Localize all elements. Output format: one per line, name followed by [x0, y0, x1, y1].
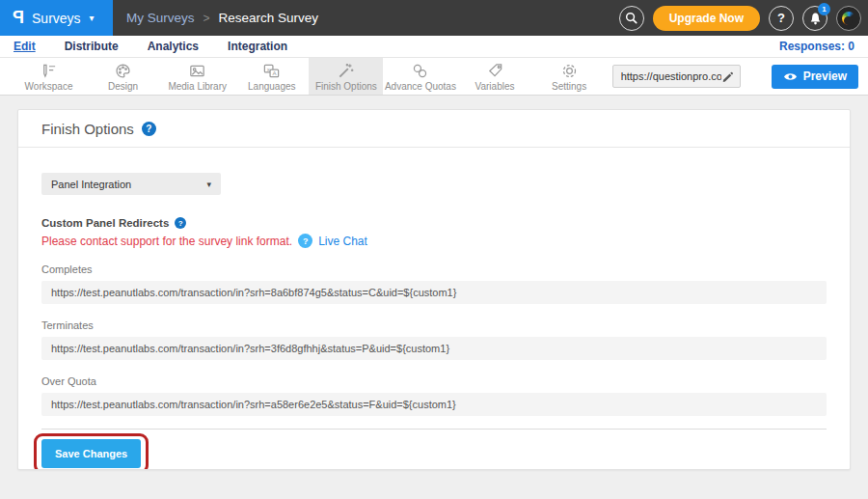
survey-url-area: https://questionpro.com/t/A [612, 58, 741, 95]
over-quota-url-field[interactable]: https://test.peanutlabs.com/transaction/… [41, 393, 827, 416]
upgrade-now-button[interactable]: Upgrade Now [653, 6, 760, 31]
over-quota-label: Over Quota [41, 375, 827, 387]
questionpro-logo-icon: P [13, 8, 24, 28]
avatar-logo-icon [842, 12, 855, 25]
toolbar-tab-workspace[interactable]: Workspace [12, 58, 86, 95]
translate-icon: x A [262, 62, 281, 80]
top-header-bar: P Surveys ▾ My Surveys > Research Survey… [0, 0, 868, 36]
magic-wand-icon [337, 62, 355, 80]
tab-analytics[interactable]: Analytics [148, 40, 199, 53]
help-button[interactable]: ? [769, 6, 794, 31]
tab-integration[interactable]: Integration [228, 40, 287, 53]
red-highlight-annotation: Save Changes [34, 433, 149, 470]
toolbar-tab-settings[interactable]: Settings [532, 58, 607, 95]
product-switcher[interactable]: P Surveys ▾ [0, 0, 113, 36]
breadcrumb: My Surveys > Research Survey [126, 0, 318, 36]
save-row: Save Changes [41, 433, 827, 470]
toolbar-tab-design[interactable]: Design [86, 58, 160, 95]
card-header: Finish Options ? [18, 110, 850, 148]
tag-icon [486, 62, 504, 80]
chain-link-icon [411, 62, 429, 80]
survey-url-input[interactable]: https://questionpro.com/t/A [612, 65, 741, 88]
image-icon [188, 62, 206, 80]
tab-edit[interactable]: Edit [14, 40, 36, 53]
breadcrumb-my-surveys[interactable]: My Surveys [126, 11, 195, 25]
redirects-help-icon[interactable]: ? [175, 217, 186, 229]
live-chat-icon[interactable]: ? [298, 234, 312, 248]
chevron-down-icon: ▾ [206, 180, 211, 189]
user-avatar[interactable] [836, 6, 861, 31]
toolbar-tab-advance-quotas[interactable]: Advance Quotas [383, 58, 457, 95]
chevron-down-icon: ▾ [90, 13, 95, 23]
edit-toolbar: Workspace Design Media Library x A Langu… [0, 58, 868, 96]
survey-nav: Edit Distribute Analytics Integration Re… [0, 36, 868, 58]
finish-options-help-icon[interactable]: ? [142, 122, 156, 136]
live-chat-link[interactable]: Live Chat [318, 235, 367, 248]
preview-button[interactable]: Preview [772, 65, 858, 89]
main-content: Finish Options ? Panel Integration ▾ Cus… [0, 96, 868, 499]
custom-panel-redirects-header: Custom Panel Redirects ? [41, 217, 827, 229]
tab-distribute[interactable]: Distribute [65, 40, 119, 53]
terminates-label: Terminates [41, 319, 827, 331]
eye-icon [783, 71, 798, 82]
survey-url-value: https://questionpro.com/t/A [621, 70, 721, 82]
question-mark-icon: ? [777, 11, 785, 25]
panel-type-dropdown[interactable]: Panel Integration ▾ [41, 173, 221, 195]
search-icon [625, 12, 637, 24]
search-button[interactable] [619, 6, 644, 31]
panel-type-selected: Panel Integration [51, 179, 131, 190]
card-body: Panel Integration ▾ Custom Panel Redirec… [18, 148, 850, 470]
gear-icon [560, 62, 579, 80]
toolbar-tab-variables[interactable]: Variables [457, 58, 531, 95]
finish-options-card: Finish Options ? Panel Integration ▾ Cus… [17, 109, 851, 470]
pencil-edit-icon[interactable] [721, 70, 733, 82]
footer-divider [41, 429, 827, 430]
page-title: Finish Options [41, 121, 134, 137]
workspace-icon [40, 62, 58, 80]
save-changes-button[interactable]: Save Changes [41, 439, 141, 468]
support-note: Please contact support for the survey li… [41, 235, 292, 248]
notification-count-badge: 1 [818, 3, 830, 15]
support-note-row: Please contact support for the survey li… [41, 234, 827, 248]
responses-count: Responses: 0 [779, 40, 854, 53]
breadcrumb-current-survey: Research Survey [219, 11, 319, 25]
terminates-url-field[interactable]: https://test.peanutlabs.com/transaction/… [41, 337, 827, 360]
completes-url-field[interactable]: https://test.peanutlabs.com/transaction/… [41, 281, 827, 304]
section-title: Custom Panel Redirects [41, 217, 169, 229]
header-actions: Upgrade Now ? 1 [619, 0, 868, 36]
breadcrumb-separator-icon: > [203, 12, 210, 25]
product-name: Surveys [32, 11, 81, 26]
notifications-button[interactable]: 1 [802, 6, 827, 31]
toolbar-tab-finish-options[interactable]: Finish Options [309, 58, 383, 95]
toolbar-tab-languages[interactable]: x A Languages [234, 58, 309, 95]
toolbar-tab-media-library[interactable]: Media Library [160, 58, 234, 95]
completes-label: Completes [41, 263, 827, 275]
palette-icon [114, 62, 132, 80]
